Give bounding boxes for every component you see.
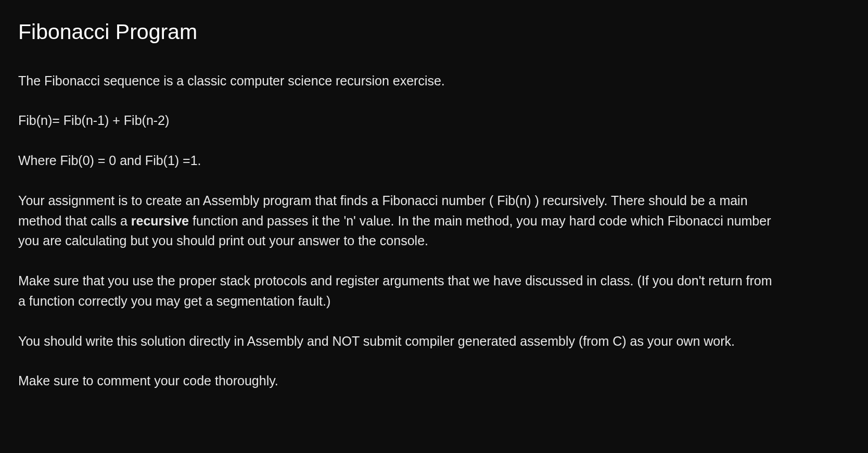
direct-assembly-paragraph: You should write this solution directly … [18, 331, 778, 351]
page-title: Fibonacci Program [18, 16, 850, 49]
comments-paragraph: Make sure to comment your code thoroughl… [18, 371, 778, 391]
stack-protocols-paragraph: Make sure that you use the proper stack … [18, 271, 778, 311]
recursive-bold: recursive [131, 213, 189, 228]
formula-paragraph: Fib(n)= Fib(n-1) + Fib(n-2) [18, 110, 778, 131]
base-cases-paragraph: Where Fib(0) = 0 and Fib(1) =1. [18, 150, 778, 171]
assignment-paragraph: Your assignment is to create an Assembly… [18, 191, 778, 251]
intro-paragraph: The Fibonacci sequence is a classic comp… [18, 71, 778, 91]
